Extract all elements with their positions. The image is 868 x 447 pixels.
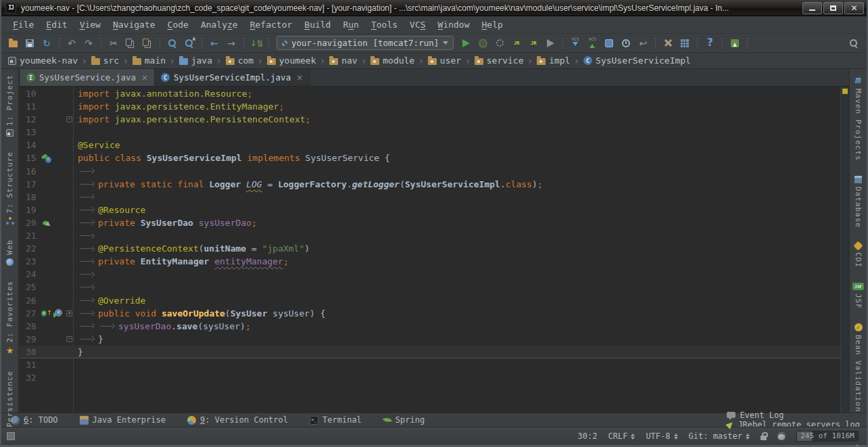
code-line-30[interactable]: 30} [19,346,840,358]
close-button[interactable]: ✕ [844,2,864,14]
code-line-29[interactable]: 29−} [19,333,840,346]
menu-build[interactable]: Build [298,18,337,31]
breadcrumb-impl[interactable]: impl [537,55,570,66]
stripe-web[interactable]: Web [5,239,14,266]
menu-refactor[interactable]: Refactor [244,18,299,31]
caret-position[interactable]: 30:2 [578,431,598,441]
synchronize-icon[interactable]: ↻ [39,36,54,51]
coverage-icon[interactable] [492,36,507,51]
tool-button-6-todo[interactable]: 6: TODO [11,415,58,425]
fold-marker[interactable]: − [66,116,72,122]
autowired-dependency-icon[interactable] [41,218,51,227]
code-line-21[interactable]: 21 [19,229,840,242]
fold-marker[interactable]: ∨ [66,310,72,316]
menu-view[interactable]: View [74,18,107,31]
code-line-27[interactable]: 27o↑m∨public void saveOrUpdate(SysUser s… [19,307,840,320]
tool-button-terminal[interactable]: >_Terminal [310,415,362,425]
breadcrumb-sysuserserviceimpl[interactable]: CSysUserServiceImpl [583,55,691,66]
jrebel-run-icon[interactable]: JR [509,36,524,51]
breadcrumb-java[interactable]: java [179,55,212,66]
breadcrumb-nav[interactable]: nav [329,55,357,66]
tool-button-spring[interactable]: Spring [383,415,425,425]
menu-file[interactable]: File [7,18,40,31]
code-line-13[interactable]: 13 [19,126,840,139]
code-line-20[interactable]: 20private SysUserDao sysUserDao; [19,216,840,229]
error-stripe[interactable] [840,87,849,413]
breadcrumb-main[interactable]: main [132,55,166,66]
code-line-11[interactable]: 11import javax.persistence.EntityManager… [19,100,840,113]
git-branch-selector[interactable]: Git: master [689,431,750,442]
code-line-14[interactable]: 14@Service [19,139,840,151]
local-history-icon[interactable] [619,36,633,51]
code-line-15[interactable]: 15cpublic class SysUserServiceImpl imple… [19,151,840,164]
tab-close-icon[interactable]: × [296,73,303,83]
settings-icon[interactable] [660,36,675,51]
tool-button-9-version-control[interactable]: 9: Version Control [187,415,288,425]
help-icon[interactable]: ? [702,36,717,51]
menu-window[interactable]: Window [432,18,476,31]
stripe-7-structure[interactable]: 7: Structure [5,151,14,224]
stripe-2-favorites[interactable]: 2: Favorites★ [5,281,14,356]
stripe-bean-validation[interactable]: ✓Bean Validation [854,323,863,412]
commit-changes-icon[interactable]: VCS [585,36,600,51]
menu-help[interactable]: Help [476,18,509,31]
line-separator-selector[interactable]: CRLF [608,431,635,442]
sort-lines-icon[interactable]: ↓0110 [249,36,264,51]
undo-icon[interactable]: ↶ [64,36,79,51]
stripe-1-project[interactable]: 1: Project [5,74,14,137]
forward-icon[interactable]: → [224,36,239,51]
redo-icon[interactable]: ↷ [81,36,96,51]
overriding-method-icon[interactable]: o↑ [41,309,52,318]
breadcrumb-service[interactable]: service [475,55,524,66]
minimize-button[interactable] [802,2,822,14]
code-line-26[interactable]: 26@Override [19,294,840,307]
code-line-32[interactable]: 32 [19,371,840,384]
menu-code[interactable]: Code [162,18,195,31]
fold-marker[interactable]: − [66,336,72,342]
project-structure-icon[interactable] [677,36,692,51]
menu-vcs[interactable]: VCS [404,18,431,31]
highlighting-level[interactable] [777,432,786,440]
breadcrumb-user[interactable]: user [428,55,461,66]
code-line-12[interactable]: 12−import javax.persistence.PersistenceC… [19,113,840,126]
paste-icon[interactable] [140,36,155,51]
readonly-toggle[interactable] [761,432,767,440]
tab-sysuserservice-java[interactable]: ISysUserService.java× [20,69,155,86]
code-line-23[interactable]: 23private EntityManager entityManager; [19,255,840,268]
jrebel-sync-icon[interactable] [727,36,742,51]
code-line-22[interactable]: 22@PersistenceContext(unitName = "jpaXml… [19,242,840,255]
menu-run[interactable]: Run [337,18,364,31]
rollback-icon[interactable]: ↩ [635,36,650,51]
menu-navigate[interactable]: Navigate [107,18,162,31]
open-project-icon[interactable] [5,36,20,51]
code-line-28[interactable]: 28sysUserDao.save(sysUser); [19,320,840,333]
jrebel-remote-icon[interactable] [543,36,558,51]
tab-close-icon[interactable]: × [141,73,148,83]
menu-tools[interactable]: Tools [365,18,404,31]
code-line-17[interactable]: 17private static final Logger LOG = Logg… [19,178,840,191]
menu-edit[interactable]: Edit [40,18,73,31]
save-all-icon[interactable] [22,36,37,51]
update-project-icon[interactable]: VCS [568,36,583,51]
cut-icon[interactable]: ✂ [106,36,121,51]
jrebel-method-icon[interactable]: m [53,309,62,318]
code-line-16[interactable]: 16 [19,165,840,178]
code-line-31[interactable]: 31 [19,358,840,371]
editor-body[interactable]: 10import javax.annotation.Resource;11imp… [19,87,849,413]
maximize-button[interactable] [823,2,843,14]
breadcrumb-youmeek-nav[interactable]: youmeek-nav [8,55,78,66]
code-line-10[interactable]: 10import javax.annotation.Resource; [19,87,840,100]
spring-bean-icon[interactable]: c [41,154,51,163]
show-changes-icon[interactable] [602,36,617,51]
stripe-cdi[interactable]: CDI [854,243,863,268]
copy-icon[interactable] [123,36,138,51]
tool-button-java-enterprise[interactable]: Java Enterprise [80,415,166,425]
run-icon[interactable] [458,36,473,51]
search-everywhere-icon[interactable] [846,36,861,51]
stripe-jsf[interactable]: JSFJSF [852,283,864,309]
replace-icon[interactable]: A [182,36,197,51]
inspection-status-icon[interactable] [842,89,848,94]
breadcrumb-com[interactable]: com [226,55,254,66]
stripe-database[interactable]: Database [854,176,863,228]
menu-analyze[interactable]: Analyze [195,18,244,31]
